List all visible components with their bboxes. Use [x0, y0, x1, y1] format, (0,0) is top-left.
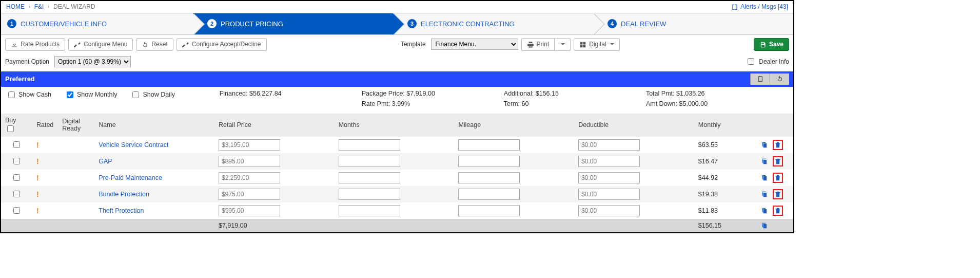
retail-price-input[interactable] [219, 156, 280, 167]
mobile-view-button[interactable] [750, 73, 770, 85]
trash-icon[interactable] [774, 141, 781, 149]
show-cash-checkbox[interactable]: Show Cash [6, 90, 51, 100]
product-link[interactable]: Bundle Protection [99, 191, 149, 198]
term-label: Term: 60 [504, 100, 646, 107]
deductible-input[interactable] [578, 205, 640, 216]
retail-price-input[interactable] [219, 189, 280, 200]
wizard-steps: 1 CUSTOMER/VEHICLE INFO 2 PRODUCT PRICIN… [1, 13, 793, 35]
template-select[interactable]: Finance Menu. [431, 39, 518, 50]
buy-checkbox[interactable] [13, 158, 20, 164]
configure-accept-decline-button[interactable]: Configure Accept/Decline [177, 38, 267, 51]
show-monthly-checkbox[interactable]: Show Monthly [65, 90, 117, 100]
breadcrumb-home[interactable]: HOME [6, 3, 25, 10]
alerts-link[interactable]: Alerts / Msgs [43] [731, 3, 788, 11]
months-input[interactable] [339, 172, 400, 183]
configure-menu-button[interactable]: Configure Menu [68, 38, 133, 51]
col-retail-price: Retail Price [214, 114, 335, 137]
months-input[interactable] [339, 156, 400, 167]
trash-icon[interactable] [774, 157, 781, 165]
button-label: Save [769, 41, 783, 48]
delete-highlight [773, 140, 783, 150]
months-input[interactable] [339, 139, 400, 151]
rate-products-button[interactable]: Rate Products [5, 38, 65, 51]
trash-icon[interactable] [774, 190, 781, 198]
trash-icon[interactable] [774, 174, 781, 181]
step-customer-vehicle[interactable]: 1 CUSTOMER/VEHICLE INFO [1, 13, 193, 34]
breadcrumb-fi[interactable]: F&I [34, 3, 44, 10]
mileage-input[interactable] [458, 172, 520, 183]
reset-button[interactable]: Reset [136, 38, 173, 51]
chevron-down-icon [610, 43, 614, 45]
deductible-input[interactable] [578, 139, 640, 151]
products-table: Buy Rated Digital Ready Name Retail Pric… [1, 114, 793, 233]
buy-checkbox[interactable] [13, 141, 20, 148]
payment-option-select[interactable]: Option 1 (60 @ 3.99%) [54, 56, 131, 67]
retail-price-input[interactable] [219, 172, 280, 183]
mileage-input[interactable] [458, 189, 520, 200]
digital-dropdown[interactable]: Digital [574, 38, 619, 51]
save-button[interactable]: Save [754, 38, 789, 51]
alerts-text: Alerts / Msgs [43] [740, 3, 788, 10]
step-number-icon: 2 [207, 19, 217, 28]
buy-checkbox[interactable] [13, 207, 20, 214]
retail-price-input[interactable] [219, 139, 280, 151]
step-label: PRODUCT PRICING [221, 20, 283, 28]
product-link[interactable]: Pre-Paid Maintenance [99, 174, 162, 181]
retail-price-input[interactable] [219, 205, 280, 216]
product-link[interactable]: Vehicle Service Contract [99, 141, 168, 149]
financed-label: Financed: $56,227.84 [220, 90, 362, 97]
breadcrumb: HOME › F&I › DEAL WIZARD [6, 3, 95, 10]
template-label: Template [401, 41, 426, 48]
col-months: Months [335, 114, 455, 137]
dealer-info-checkbox[interactable] [748, 58, 754, 65]
copy-icon[interactable] [761, 207, 770, 214]
mileage-input[interactable] [458, 139, 520, 151]
copy-icon[interactable] [761, 222, 768, 229]
buy-checkbox[interactable] [13, 191, 20, 197]
dealer-info-label: Dealer Info [759, 58, 789, 65]
rate-pmt-label: Rate Pmt: 3.99% [362, 100, 504, 107]
refresh-button[interactable] [770, 73, 789, 85]
step-deal-review[interactable]: 4 DEAL REVIEW [593, 13, 793, 34]
warning-icon: ! [36, 157, 39, 165]
monthly-value: $19.38 [694, 186, 757, 202]
buy-checkbox[interactable] [13, 174, 20, 181]
copy-icon[interactable] [761, 190, 770, 197]
col-digital-ready: Digital Ready [58, 114, 94, 137]
buy-all-checkbox[interactable] [7, 125, 14, 132]
copy-icon[interactable] [761, 157, 770, 164]
delete-highlight [773, 156, 783, 166]
step-electronic-contracting[interactable]: 3 ELECTRONIC CONTRACTING [393, 13, 593, 34]
monthly-value: $63.55 [694, 137, 757, 153]
months-input[interactable] [339, 189, 400, 200]
trash-icon[interactable] [774, 207, 781, 214]
col-buy: Buy [1, 114, 32, 137]
table-row: ! Theft Protection $11.83 [1, 202, 793, 219]
months-input[interactable] [339, 205, 400, 216]
col-deductible: Deductible [574, 114, 694, 137]
deductible-input[interactable] [578, 156, 640, 167]
monthly-value: $16.47 [694, 153, 757, 170]
step-label: ELECTRONIC CONTRACTING [421, 20, 515, 28]
step-number-icon: 4 [607, 19, 617, 28]
chevron-down-icon [561, 43, 565, 45]
copy-icon[interactable] [761, 141, 770, 148]
product-link[interactable]: Theft Protection [99, 207, 144, 214]
additional-label: Additional: $156.15 [504, 90, 646, 97]
show-daily-checkbox[interactable]: Show Daily [130, 90, 175, 100]
product-link[interactable]: GAP [99, 158, 112, 165]
step-label: CUSTOMER/VEHICLE INFO [21, 20, 107, 28]
mileage-input[interactable] [458, 156, 520, 167]
step-product-pricing[interactable]: 2 PRODUCT PRICING [193, 13, 393, 34]
deductible-input[interactable] [578, 172, 640, 183]
total-monthly: $156.15 [694, 219, 757, 233]
deductible-input[interactable] [578, 189, 640, 200]
package-price-label: Package Price: $7,919.00 [362, 90, 504, 97]
copy-icon[interactable] [761, 174, 770, 181]
payment-option-label: Payment Option [5, 58, 49, 65]
col-rated: Rated [32, 114, 58, 137]
print-dropdown[interactable]: Print [521, 38, 571, 51]
mileage-input[interactable] [458, 205, 520, 216]
download-icon [11, 41, 18, 48]
totals-row: $7,919.00 $156.15 [1, 219, 793, 233]
